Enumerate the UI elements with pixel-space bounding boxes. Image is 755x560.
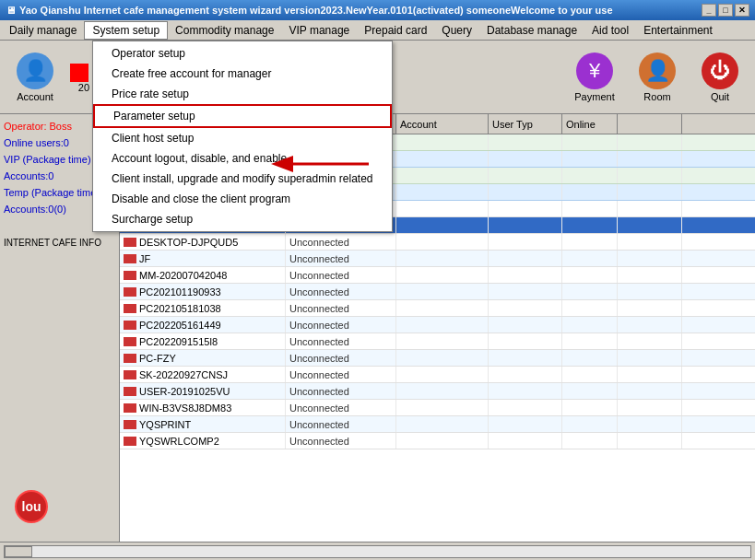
menu-prepaid-card[interactable]: Prepaid card	[357, 21, 434, 40]
row-online	[562, 217, 618, 233]
row-user-type	[489, 267, 562, 283]
row-user-type	[489, 201, 562, 216]
row-account	[396, 400, 489, 415]
menu-commodity-manage[interactable]: Commodity manage	[168, 21, 281, 40]
row-status: Unconnected	[286, 234, 396, 250]
red-count: 20	[78, 82, 89, 93]
table-row[interactable]: SK-20220927CNSJ Unconnected	[120, 367, 755, 383]
row-user-type	[489, 383, 562, 399]
row-account	[396, 251, 489, 266]
title-text: Yao Qianshu Internet cafe management sys…	[19, 5, 702, 16]
row-account	[396, 300, 489, 316]
row-account	[396, 201, 489, 216]
menu-price-rate[interactable]: Price rate setup	[93, 84, 392, 104]
horizontal-scrollbar[interactable]	[4, 545, 751, 558]
app-icon: 🖥	[6, 5, 16, 16]
menu-parameter-setup[interactable]: Parameter setup	[93, 104, 392, 128]
menu-query[interactable]: Query	[434, 21, 479, 40]
pc-icon	[124, 271, 136, 280]
pc-icon	[124, 403, 136, 413]
th-online: Online	[562, 114, 618, 134]
table-row[interactable]: PC202101190933 Unconnected	[120, 284, 755, 300]
pc-icon	[124, 287, 136, 297]
row-account	[396, 367, 489, 382]
pc-icon	[124, 238, 136, 247]
menu-aid-tool[interactable]: Aid tool	[584, 21, 636, 40]
maximize-button[interactable]: □	[718, 4, 733, 17]
quit-button[interactable]: ⏻ Quit	[692, 44, 748, 111]
menu-operator-setup[interactable]: Operator setup	[93, 43, 392, 64]
table-row[interactable]: PC202205161449 Unconnected	[120, 317, 755, 333]
menu-daily-manage[interactable]: Daily manage	[2, 21, 84, 40]
table-row[interactable]: PC202105181038 Unconnected	[120, 300, 755, 317]
table-row[interactable]: PC2022091515l8 Unconnected	[120, 333, 755, 350]
minimize-button[interactable]: _	[702, 4, 716, 17]
vip-label: VIP (Package time) Accounts:0	[4, 154, 91, 181]
menu-client-host[interactable]: Client host setup	[93, 128, 392, 148]
account-button[interactable]: 👤 Account	[7, 44, 63, 111]
table-row[interactable]: WIN-B3VS8J8DM83 Unconnected	[120, 400, 755, 416]
menu-disable-client[interactable]: Disable and close the client program	[93, 189, 392, 209]
table-row[interactable]: DESKTOP-DJPQUD5 Unconnected	[120, 234, 755, 251]
row-user-type	[489, 433, 562, 449]
menu-surcharge-setup[interactable]: Surcharge setup	[93, 209, 392, 229]
pc-label: PC2022091515l8	[139, 336, 218, 347]
row-extra	[618, 251, 682, 266]
row-extra	[618, 201, 682, 216]
table-row[interactable]: USER-20191025VU Unconnected	[120, 383, 755, 400]
row-extra	[618, 433, 682, 449]
row-account	[396, 350, 489, 366]
row-extra	[618, 416, 682, 432]
row-account	[396, 333, 489, 349]
row-extra	[618, 350, 682, 366]
room-button[interactable]: 👤 Room	[630, 44, 685, 111]
row-status: Unconnected	[286, 284, 396, 299]
menu-bar: Daily manage System setup Commodity mana…	[0, 20, 755, 41]
menu-client-install[interactable]: Client install, upgrade and modify super…	[93, 169, 392, 189]
scroll-area	[4, 545, 751, 558]
table-row[interactable]: MM-202007042048 Unconnected	[120, 267, 755, 284]
menu-account-logout[interactable]: Account logout, disable, and enable	[93, 148, 392, 169]
pc-label: YQSWRLCOMP2	[139, 436, 219, 447]
menu-entertainment[interactable]: Entertainment	[636, 21, 720, 40]
row-online	[562, 267, 618, 283]
scrollbar-thumb[interactable]	[5, 546, 32, 557]
pc-label: DESKTOP-DJPQUD5	[139, 237, 238, 248]
table-row[interactable]: PC-FZY Unconnected	[120, 350, 755, 367]
table-row[interactable]: YQSPRINT Unconnected	[120, 416, 755, 433]
row-account	[396, 383, 489, 399]
row-account	[396, 416, 489, 432]
row-account	[396, 217, 489, 233]
row-user-type	[489, 300, 562, 316]
th-extra	[618, 114, 682, 134]
row-user-type	[489, 367, 562, 382]
row-user-type	[489, 251, 562, 266]
account-label: Account	[17, 91, 53, 102]
row-status: Unconnected	[286, 433, 396, 449]
menu-system-setup[interactable]: System setup	[84, 21, 168, 40]
row-pc-name: YQSPRINT	[120, 416, 286, 432]
row-online	[562, 350, 618, 366]
row-status: Unconnected	[286, 350, 396, 366]
room-label: Room	[643, 91, 670, 102]
pc-icon	[124, 321, 136, 330]
table-row[interactable]: JF Unconnected	[120, 251, 755, 267]
row-online	[562, 433, 618, 449]
row-extra	[618, 284, 682, 299]
row-pc-name: JF	[120, 251, 286, 266]
row-extra	[618, 317, 682, 332]
payment-button[interactable]: ¥ Payment	[567, 44, 622, 111]
row-status: Unconnected	[286, 333, 396, 349]
menu-database-manage[interactable]: Database manage	[479, 21, 584, 40]
close-button[interactable]: ✕	[735, 4, 749, 17]
row-extra	[618, 300, 682, 316]
table-row[interactable]: YQSWRLCOMP2 Unconnected	[120, 433, 755, 449]
row-pc-name: PC202101190933	[120, 284, 286, 299]
row-user-type	[489, 217, 562, 233]
payment-icon: ¥	[576, 52, 613, 89]
menu-vip-manage[interactable]: VIP manage	[281, 21, 357, 40]
row-pc-name: PC202205161449	[120, 317, 286, 332]
row-user-type	[489, 350, 562, 366]
menu-create-account[interactable]: Create free account for manager	[93, 64, 392, 84]
row-account	[396, 284, 489, 299]
